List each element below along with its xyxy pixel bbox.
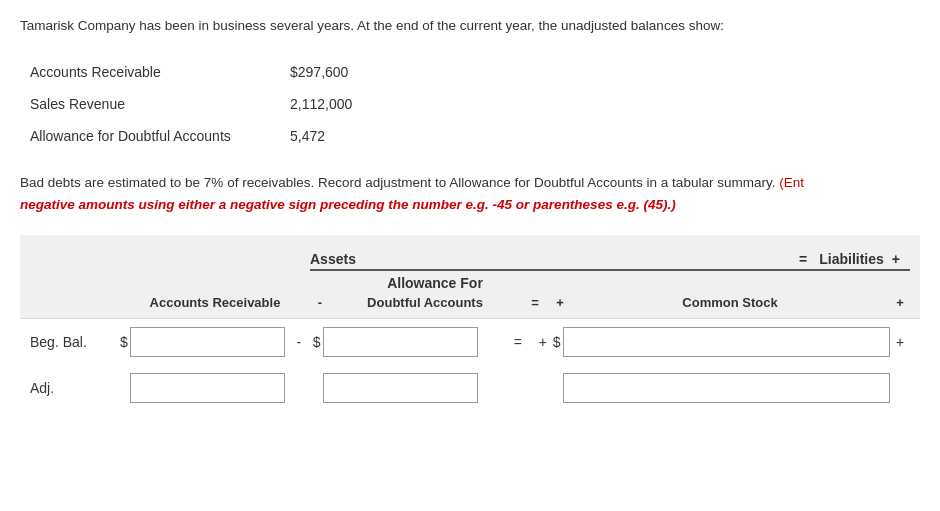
header-equals: = — [787, 251, 819, 267]
allowance-for-label: Allowance For — [340, 275, 530, 291]
instruction-text: Bad debts are estimated to be 7% of rece… — [20, 172, 920, 215]
beg-bal-dash: - — [289, 334, 309, 350]
summary-table: Assets = Liabilities + Allowance For Acc… — [20, 235, 920, 411]
col-headers: Accounts Receivable - Doubtful Accounts … — [20, 291, 920, 318]
beg-bal-ar-input[interactable] — [130, 327, 285, 357]
col-header-common-stock: Common Stock — [570, 295, 890, 310]
balance-row-allowance: Allowance for Doubtful Accounts 5,472 — [20, 120, 920, 152]
beg-bal-plus: + — [533, 334, 553, 350]
table-header-row1: Assets = Liabilities + — [20, 245, 920, 269]
assets-label: Assets — [310, 251, 364, 267]
beg-bal-common-stock-cell: $ — [553, 327, 890, 357]
adj-row: Adj. $ $ $ — [20, 365, 920, 411]
col-header-equals: = — [520, 295, 550, 310]
col-header-dash: - — [310, 295, 330, 310]
beg-bal-allowance-input[interactable] — [323, 327, 478, 357]
col-header-allowance: Doubtful Accounts — [330, 295, 520, 310]
instruction-red-italic: negative amounts using either a negative… — [20, 197, 676, 212]
adj-label: Adj. — [30, 380, 120, 396]
adj-common-stock-cell: $ — [553, 373, 890, 403]
adj-allowance-input[interactable] — [323, 373, 478, 403]
beg-bal-common-stock-input[interactable] — [563, 327, 890, 357]
beg-bal-label: Beg. Bal. — [30, 334, 120, 350]
beg-bal-row: Beg. Bal. $ - $ = + $ + — [20, 318, 920, 365]
adj-ar-input[interactable] — [130, 373, 285, 403]
intro-text: Tamarisk Company has been in business se… — [20, 16, 920, 36]
instruction-red-ent: (Ent — [779, 175, 804, 190]
beg-bal-ar-dollar: $ — [120, 334, 128, 350]
beg-bal-cs-dollar: $ — [553, 334, 561, 350]
beg-bal-plus-end: + — [890, 334, 910, 350]
header-plus: + — [884, 251, 900, 267]
sr-label: Sales Revenue — [30, 96, 290, 112]
sr-value: 2,112,000 — [290, 96, 352, 112]
liabilities-label: Liabilities — [819, 251, 884, 267]
col-header-plus-end: + — [890, 295, 910, 310]
col-header-plus: + — [550, 295, 570, 310]
adj-common-stock-input[interactable] — [563, 373, 890, 403]
allowance-value: 5,472 — [290, 128, 325, 144]
ar-label: Accounts Receivable — [30, 64, 290, 80]
beg-bal-equals: = — [503, 334, 533, 350]
allowance-label: Allowance for Doubtful Accounts — [30, 128, 290, 144]
balance-row-sr: Sales Revenue 2,112,000 — [20, 88, 920, 120]
allowance-for-row: Allowance For — [20, 271, 920, 291]
balance-table: Accounts Receivable $297,600 Sales Reven… — [20, 56, 920, 152]
beg-bal-allowance-dollar: $ — [313, 334, 321, 350]
adj-allowance-cell: $ — [313, 373, 503, 403]
instruction-normal: Bad debts are estimated to be 7% of rece… — [20, 175, 775, 190]
col-header-ar: Accounts Receivable — [120, 295, 310, 310]
ar-value: $297,600 — [290, 64, 348, 80]
balance-row-ar: Accounts Receivable $297,600 — [20, 56, 920, 88]
beg-bal-allowance-cell: $ — [313, 327, 503, 357]
